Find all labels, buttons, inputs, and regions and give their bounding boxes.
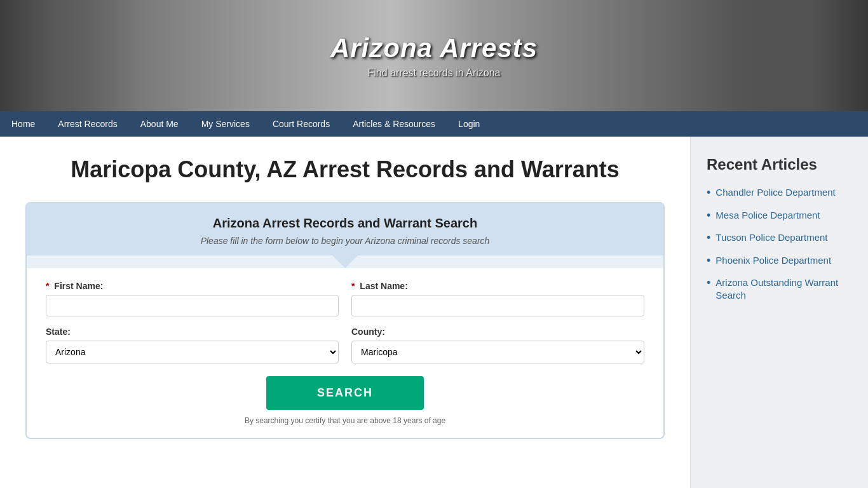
disclaimer-text: By searching you certify that you are ab… [46, 416, 644, 425]
search-header-title: Arizona Arrest Records and Warrant Searc… [46, 216, 644, 231]
list-item: Mesa Police Department [707, 209, 852, 223]
list-item: Chandler Police Department [707, 186, 852, 200]
page-wrapper: Maricopa County, AZ Arrest Records and W… [0, 137, 868, 488]
sidebar: Recent Articles Chandler Police Departme… [690, 137, 868, 488]
page-title: Maricopa County, AZ Arrest Records and W… [25, 156, 665, 183]
sidebar-link-chandler[interactable]: Chandler Police Department [715, 186, 835, 199]
site-title: Arizona Arrests [330, 33, 538, 64]
header-text-block: Arizona Arrests Find arrest records in A… [330, 33, 538, 79]
sidebar-link-mesa[interactable]: Mesa Police Department [715, 209, 820, 222]
nav-court-records[interactable]: Court Records [261, 111, 341, 137]
list-item: Phoenix Police Department [707, 254, 852, 268]
county-label: County: [351, 327, 644, 337]
state-group: State: Arizona [46, 327, 339, 363]
sidebar-title: Recent Articles [707, 156, 852, 173]
recent-articles-list: Chandler Police Department Mesa Police D… [707, 186, 852, 301]
nav-home[interactable]: Home [0, 111, 46, 137]
nav-login[interactable]: Login [447, 111, 491, 137]
last-name-group: * Last Name: [351, 281, 644, 316]
sidebar-link-phoenix[interactable]: Phoenix Police Department [715, 254, 831, 267]
main-content: Maricopa County, AZ Arrest Records and W… [0, 137, 690, 488]
nav-about-me[interactable]: About Me [129, 111, 190, 137]
search-container: Arizona Arrest Records and Warrant Searc… [25, 202, 665, 439]
site-subtitle: Find arrest records in Arizona [330, 67, 538, 79]
last-name-label: * Last Name: [351, 281, 644, 291]
chevron-down-icon [332, 255, 358, 268]
search-button[interactable]: SEARCH [266, 376, 424, 410]
list-item: Tucson Police Department [707, 231, 852, 245]
nav-services[interactable]: My Services [190, 111, 261, 137]
search-header-subtitle: Please fill in the form below to begin y… [46, 236, 644, 246]
form-area: * First Name: * Last Name: [27, 268, 663, 438]
first-name-input[interactable] [46, 295, 339, 316]
search-header: Arizona Arrest Records and Warrant Searc… [27, 203, 663, 255]
state-select[interactable]: Arizona [46, 341, 339, 363]
state-label: State: [46, 327, 339, 337]
sidebar-link-warrant[interactable]: Arizona Outstanding Warrant Search [715, 276, 852, 301]
name-row: * First Name: * Last Name: [46, 281, 644, 316]
first-name-group: * First Name: [46, 281, 339, 316]
county-select[interactable]: Maricopa [351, 341, 644, 363]
last-name-required: * [351, 281, 355, 291]
list-item: Arizona Outstanding Warrant Search [707, 276, 852, 301]
search-btn-wrapper: SEARCH [46, 376, 644, 410]
nav-articles[interactable]: Articles & Resources [341, 111, 447, 137]
hands-right-decoration [728, 0, 868, 111]
county-group: County: Maricopa [351, 327, 644, 363]
first-name-required: * [46, 281, 49, 291]
last-name-input[interactable] [351, 295, 644, 316]
location-row: State: Arizona County: Maricopa [46, 327, 644, 363]
hands-left-decoration [0, 0, 140, 111]
main-nav: Home Arrest Records About Me My Services… [0, 111, 868, 137]
first-name-label: * First Name: [46, 281, 339, 291]
site-header: Arizona Arrests Find arrest records in A… [0, 0, 868, 111]
sidebar-link-tucson[interactable]: Tucson Police Department [715, 231, 827, 244]
nav-arrest-records[interactable]: Arrest Records [46, 111, 128, 137]
